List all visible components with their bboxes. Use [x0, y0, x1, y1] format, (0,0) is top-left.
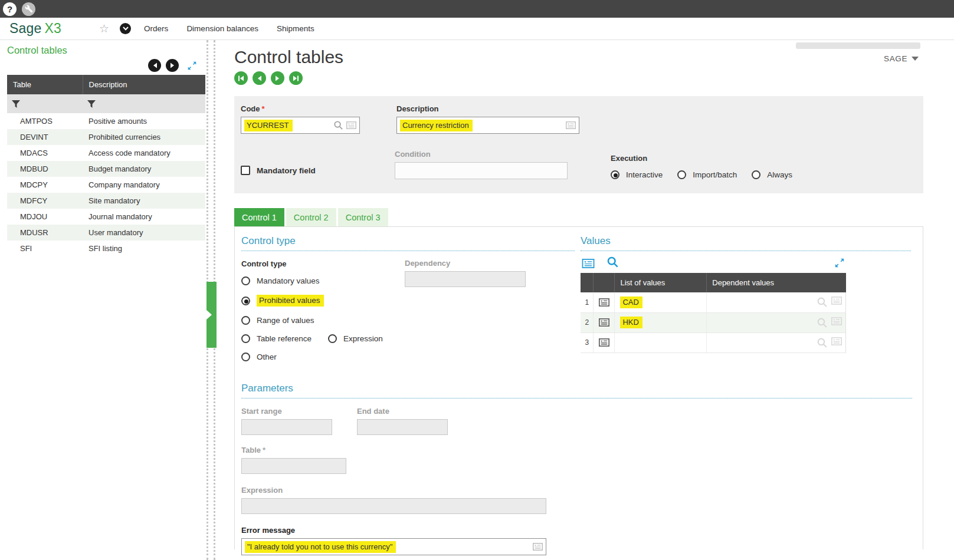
left-list-prev-button[interactable] — [148, 59, 161, 72]
nav-item-shipments[interactable]: Shipments — [277, 24, 314, 33]
table-input[interactable] — [241, 458, 346, 474]
table-row[interactable]: SFISFI listing — [7, 241, 205, 256]
tab-control-1[interactable]: Control 1 — [234, 208, 284, 226]
execution-option-import-batch[interactable]: Import/batch — [677, 170, 737, 179]
table-row[interactable]: MDJOUJournal mandatory — [7, 209, 205, 225]
selection-list-icon — [831, 317, 842, 325]
row-detail-icon[interactable] — [594, 292, 615, 312]
row-detail-icon[interactable] — [594, 312, 615, 332]
nav-item-orders[interactable]: Orders — [144, 24, 168, 33]
start-range-input[interactable] — [241, 419, 332, 435]
tools-icon[interactable] — [22, 2, 35, 16]
column-header-list-of-values[interactable]: List of values — [615, 273, 707, 292]
value-cell[interactable]: CAD — [615, 292, 707, 312]
menu-chevron-icon[interactable] — [120, 23, 131, 34]
values-section: Values List o — [581, 235, 911, 361]
radio-range-of-values[interactable] — [241, 316, 250, 325]
record-navigation — [234, 71, 923, 85]
left-panel-toolbar — [7, 57, 206, 74]
expression-label: Expression — [241, 486, 912, 495]
user-menu[interactable]: SAGE — [884, 54, 919, 63]
radio-import-batch[interactable] — [677, 170, 686, 179]
table-row[interactable]: DEVINTProhibited currencies — [7, 129, 205, 145]
row-detail-icon[interactable] — [594, 332, 615, 353]
radio-expression[interactable] — [328, 334, 337, 343]
values-table: List of values Dependent values 1 CAD — [581, 273, 846, 353]
left-list-expand-icon[interactable] — [187, 61, 197, 71]
table-field-group: Table* — [241, 446, 912, 474]
search-icon — [817, 337, 828, 348]
radio-table-reference[interactable] — [241, 334, 250, 343]
control-tables-list: Table Description AMTPOSPositive amounts… — [7, 75, 205, 256]
search-icon[interactable] — [607, 256, 619, 268]
dependent-value-cell[interactable] — [707, 332, 846, 353]
error-message-input[interactable]: "I already told you not to use this curr… — [241, 538, 546, 555]
dependency-input[interactable] — [405, 271, 526, 287]
value-cell[interactable]: HKD — [615, 312, 707, 332]
column-header-dependent-values[interactable]: Dependent values — [707, 273, 846, 292]
execution-option-interactive[interactable]: Interactive — [611, 170, 663, 179]
filter-cell-description[interactable] — [83, 94, 205, 113]
panel-splitter[interactable] — [206, 40, 215, 560]
condition-input[interactable] — [395, 162, 568, 179]
tab-control-2[interactable]: Control 2 — [286, 208, 336, 226]
values-expand-icon[interactable] — [834, 258, 845, 268]
help-icon[interactable]: ? — [3, 2, 17, 16]
control-type-option-prohibited-values[interactable]: Prohibited values — [241, 295, 575, 307]
control-type-option-expression[interactable]: Expression — [343, 334, 383, 343]
table-row[interactable]: AMTPOSPositive amounts — [7, 113, 205, 129]
favorite-star-icon[interactable]: ☆ — [99, 22, 109, 35]
dependent-value-cell[interactable] — [707, 312, 846, 332]
parameters-section: Parameters Start range End date Table* — [241, 383, 912, 555]
header-nav: Orders Dimension balances Shipments — [144, 24, 314, 33]
radio-prohibited-values[interactable] — [241, 297, 250, 305]
table-label: Table* — [241, 446, 912, 454]
selection-list-icon — [831, 297, 842, 305]
error-message-group: Error message "I already told you not to… — [241, 526, 912, 555]
previous-record-button[interactable] — [253, 71, 266, 85]
control-type-option-range-of-values[interactable]: Range of values — [241, 316, 575, 325]
next-record-button[interactable] — [271, 71, 284, 85]
start-range-label: Start range — [241, 407, 332, 416]
top-system-bar: ? — [0, 0, 954, 18]
radio-mandatory-values[interactable] — [241, 276, 250, 285]
end-date-input[interactable] — [357, 419, 448, 435]
column-header-table[interactable]: Table — [7, 75, 83, 94]
expression-field-group: Expression — [241, 486, 912, 514]
logo-sage-text: Sage — [9, 21, 42, 36]
control-type-option-other[interactable]: Other — [241, 353, 575, 361]
value-cell[interactable] — [615, 332, 707, 353]
code-label: Code* — [241, 104, 360, 113]
mandatory-field-checkbox[interactable] — [241, 166, 250, 175]
first-record-button[interactable] — [234, 71, 248, 85]
column-header-description[interactable]: Description — [83, 75, 205, 94]
control-type-option-table-reference[interactable]: Table reference — [257, 334, 312, 343]
last-record-button[interactable] — [289, 71, 303, 85]
mandatory-field-group: Mandatory field — [241, 166, 395, 175]
radio-other[interactable] — [241, 353, 250, 361]
table-row[interactable]: MDBUDBudget mandatory — [7, 161, 205, 177]
dependent-value-cell[interactable] — [707, 292, 846, 312]
tab-control-3[interactable]: Control 3 — [338, 208, 388, 226]
radio-interactive[interactable] — [611, 170, 619, 179]
filter-cell-table[interactable] — [7, 94, 83, 113]
mandatory-field-label: Mandatory field — [257, 166, 316, 175]
error-message-label: Error message — [241, 526, 912, 535]
table-row[interactable]: MDFCYSite mandatory — [7, 193, 205, 209]
left-navigation-panel: Control tables Table Description — [0, 40, 206, 560]
search-icon — [817, 317, 828, 328]
nav-item-dimension-balances[interactable]: Dimension balances — [186, 24, 258, 33]
execution-option-always[interactable]: Always — [752, 170, 792, 179]
table-row[interactable]: MDUSRUser mandatory — [7, 225, 205, 241]
sage-x3-logo[interactable]: SageX3 — [9, 21, 61, 37]
detail-list-icon[interactable] — [582, 259, 595, 268]
left-list-next-button[interactable] — [166, 59, 179, 72]
radio-always[interactable] — [752, 170, 760, 179]
control-1-panel: Control type Control type Mandatory valu… — [234, 226, 923, 549]
description-input[interactable]: Currency restriction — [396, 117, 579, 134]
table-row[interactable]: MDCPYCompany mandatory — [7, 177, 205, 193]
expression-input[interactable] — [241, 498, 546, 514]
table-row[interactable]: MDACSAccess code mandatory — [7, 145, 205, 161]
code-input[interactable]: YCURREST — [241, 117, 360, 134]
collapsed-toolbar[interactable] — [796, 42, 920, 49]
